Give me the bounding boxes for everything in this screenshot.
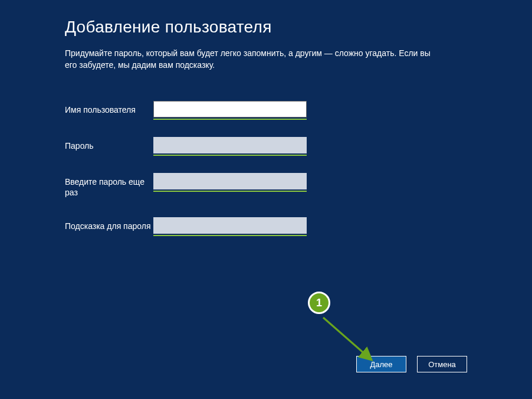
hint-label: Подсказка для пароля [65,217,153,231]
password-label: Пароль [65,137,153,151]
page-title: Добавление пользователя [65,18,467,37]
page-description: Придумайте пароль, который вам будет лег… [65,47,442,71]
password-row: Пароль [65,137,467,153]
password-confirm-row: Введите пароль еще раз [65,173,467,198]
step-badge: 1 [308,292,330,314]
hint-input[interactable] [153,217,307,234]
next-button[interactable]: Далее [356,356,406,372]
password-confirm-input[interactable] [153,173,307,189]
step-badge-number: 1 [316,297,322,309]
username-input-wrap [153,101,307,117]
username-row: Имя пользователя [65,101,467,117]
cancel-button[interactable]: Отмена [417,356,467,372]
password-confirm-input-wrap [153,173,307,189]
add-user-panel: Добавление пользователя Придумайте парол… [0,0,532,234]
password-input[interactable] [153,137,307,153]
password-input-wrap [153,137,307,153]
username-label: Имя пользователя [65,101,153,115]
hint-row: Подсказка для пароля [65,217,467,234]
password-confirm-label: Введите пароль еще раз [65,173,153,198]
footer-buttons: Далее Отмена [356,356,467,372]
svg-line-1 [323,318,370,359]
username-input[interactable] [153,101,307,117]
hint-input-wrap [153,217,307,234]
